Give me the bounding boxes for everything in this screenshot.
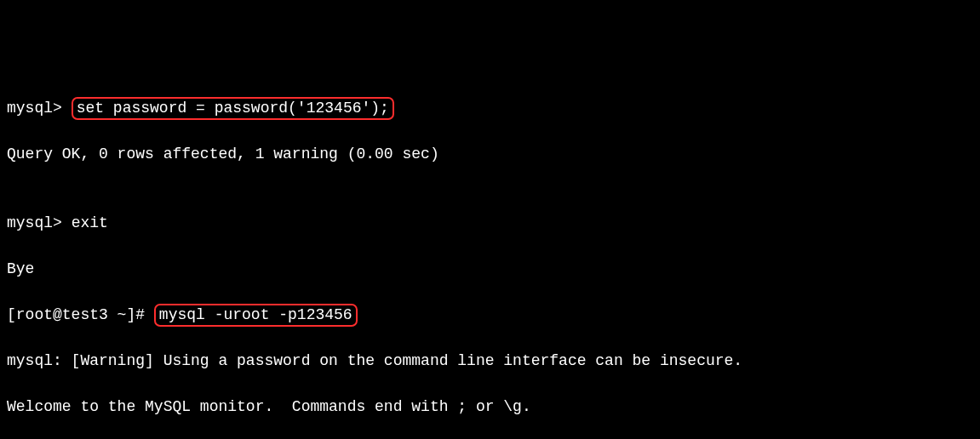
terminal-line-8: Welcome to the MySQL monitor. Commands e…: [7, 396, 973, 419]
terminal-line-1: mysql> set password = password('123456')…: [7, 97, 973, 120]
terminal-line-4: mysql> exit: [7, 212, 973, 235]
mysql-prompt: mysql>: [7, 214, 72, 231]
mysql-prompt: mysql>: [7, 100, 72, 117]
exit-command: exit: [72, 214, 108, 231]
terminal-line-7: mysql: [Warning] Using a password on the…: [7, 350, 973, 373]
terminal-line-2: Query OK, 0 rows affected, 1 warning (0.…: [7, 143, 973, 166]
terminal-line-5: Bye: [7, 258, 973, 281]
shell-prompt: [root@test3 ~]#: [7, 306, 154, 323]
terminal-line-6: [root@test3 ~]# mysql -uroot -p123456: [7, 304, 973, 327]
highlighted-set-password-command: set password = password('123456');: [72, 97, 394, 120]
highlighted-mysql-login-command: mysql -uroot -p123456: [154, 304, 358, 327]
